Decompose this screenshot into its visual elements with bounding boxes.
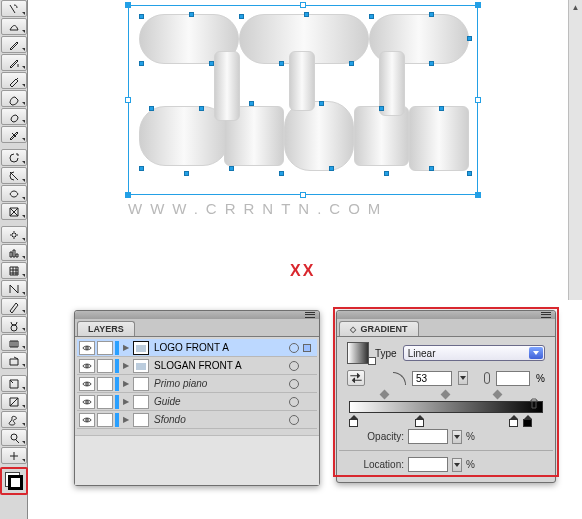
- eyedropper-icon[interactable]: [1, 298, 27, 315]
- lasso-icon[interactable]: [1, 18, 27, 35]
- lock-toggle[interactable]: [97, 341, 113, 355]
- target-layer-icon[interactable]: [289, 397, 299, 407]
- lock-toggle[interactable]: [97, 395, 113, 409]
- expand-layer-icon[interactable]: ▶: [121, 397, 131, 406]
- canvas-marker: XX: [290, 262, 315, 280]
- visibility-toggle[interactable]: [79, 341, 95, 355]
- live-paint-select-icon[interactable]: [1, 352, 27, 369]
- layer-row[interactable]: ▶Primo piano: [77, 375, 317, 393]
- layer-row[interactable]: ▶LOGO FRONT A: [77, 339, 317, 357]
- artboard-canvas[interactable]: WWW.CRRNTN.COM XX ▲: [28, 0, 582, 300]
- gradient-midpoint-diamond[interactable]: [493, 390, 503, 400]
- layer-row[interactable]: ▶Guide: [77, 393, 317, 411]
- zoom-icon[interactable]: [1, 429, 27, 446]
- gradient-aspect-input[interactable]: [496, 371, 530, 386]
- layer-thumbnail[interactable]: [133, 377, 149, 391]
- brush-icon[interactable]: [1, 90, 27, 107]
- free-transform-icon[interactable]: [1, 203, 27, 220]
- column-graph-icon[interactable]: [1, 244, 27, 261]
- layer-thumbnail[interactable]: [133, 395, 149, 409]
- stroke-swatch[interactable]: [8, 475, 23, 490]
- mesh-icon[interactable]: [1, 262, 27, 279]
- lock-toggle[interactable]: [97, 413, 113, 427]
- layer-thumbnail[interactable]: [133, 359, 149, 373]
- gradient-angle-input[interactable]: [412, 371, 452, 386]
- gradient-tool-icon[interactable]: [1, 280, 27, 297]
- pen-icon[interactable]: [1, 36, 27, 53]
- layer-row[interactable]: ▶Sfondo: [77, 411, 317, 429]
- target-layer-icon[interactable]: [289, 343, 299, 353]
- layer-color-indicator: [115, 395, 119, 409]
- canvas-vertical-scrollbar[interactable]: ▲: [568, 0, 582, 300]
- gradient-color-stop[interactable]: [523, 415, 532, 426]
- visibility-toggle[interactable]: [79, 395, 95, 409]
- location-input[interactable]: [408, 457, 448, 472]
- gradient-tab[interactable]: ◇ GRADIENT: [339, 321, 419, 336]
- expand-layer-icon[interactable]: ▶: [121, 361, 131, 370]
- artwork-url-text: WWW.CRRNTN.COM: [128, 200, 488, 217]
- layer-thumbnail[interactable]: [133, 413, 149, 427]
- eraser-icon[interactable]: [1, 126, 27, 143]
- hand-icon[interactable]: [1, 411, 27, 428]
- gradient-panel-menu-icon[interactable]: [541, 311, 551, 319]
- lock-toggle[interactable]: [97, 377, 113, 391]
- layers-panel-drag-bar[interactable]: [75, 311, 319, 319]
- blend-icon[interactable]: [1, 316, 27, 333]
- blob-brush-icon[interactable]: [1, 108, 27, 125]
- fill-stroke-swatch[interactable]: [0, 467, 28, 495]
- gradient-ramp[interactable]: [349, 401, 543, 413]
- symbol-sprayer-icon[interactable]: [1, 226, 27, 243]
- gradient-midpoint-diamond[interactable]: [441, 390, 451, 400]
- gradient-tab-collapse-icon[interactable]: ◇: [350, 325, 356, 334]
- layer-name[interactable]: Sfondo: [151, 414, 287, 425]
- gradient-type-select[interactable]: Linear: [403, 345, 545, 361]
- target-layer-icon[interactable]: [289, 379, 299, 389]
- expand-layer-icon[interactable]: ▶: [121, 343, 131, 352]
- lock-toggle[interactable]: [97, 359, 113, 373]
- layers-tab[interactable]: LAYERS: [77, 321, 135, 336]
- warp-icon[interactable]: [1, 185, 27, 202]
- expand-layer-icon[interactable]: ▶: [121, 379, 131, 388]
- toggle-fill-stroke-icon[interactable]: [1, 447, 27, 464]
- layer-name[interactable]: Primo piano: [151, 378, 287, 389]
- artboard-icon[interactable]: [1, 375, 27, 392]
- angle-stepper[interactable]: [458, 371, 468, 385]
- gradient-panel: ◇ GRADIENT Type Linear %: [336, 310, 556, 483]
- rotate-icon[interactable]: [1, 149, 27, 166]
- selection-bounding-box[interactable]: [128, 5, 478, 195]
- pen-add-icon[interactable]: [1, 54, 27, 71]
- expand-layer-icon[interactable]: ▶: [121, 415, 131, 424]
- slice-icon[interactable]: [1, 393, 27, 410]
- layer-color-indicator: [115, 341, 119, 355]
- location-label: Location:: [349, 459, 404, 470]
- layers-panel-menu-icon[interactable]: [305, 311, 315, 319]
- layer-name[interactable]: SLOGAN FRONT A: [151, 360, 287, 371]
- gradient-slider[interactable]: [349, 391, 543, 425]
- live-paint-icon[interactable]: [1, 334, 27, 351]
- layer-name[interactable]: LOGO FRONT A: [151, 342, 287, 353]
- target-layer-icon[interactable]: [289, 361, 299, 371]
- reverse-gradient-button[interactable]: [347, 370, 365, 386]
- opacity-stepper[interactable]: [452, 430, 462, 444]
- target-layer-icon[interactable]: [289, 415, 299, 425]
- gradient-color-stop[interactable]: [415, 415, 424, 426]
- location-stepper[interactable]: [452, 458, 462, 472]
- visibility-toggle[interactable]: [79, 359, 95, 373]
- magic-wand-icon[interactable]: [1, 0, 27, 17]
- gradient-midpoint-diamond[interactable]: [380, 390, 390, 400]
- delete-stop-button[interactable]: [527, 397, 541, 411]
- gradient-panel-drag-bar[interactable]: [337, 311, 555, 319]
- gradient-color-stop[interactable]: [349, 415, 358, 426]
- layer-thumbnail[interactable]: [133, 341, 149, 355]
- gradient-swatch-dropdown-icon[interactable]: [368, 357, 376, 365]
- gradient-color-stop[interactable]: [509, 415, 518, 426]
- layer-row[interactable]: ▶SLOGAN FRONT A: [77, 357, 317, 375]
- tools-toolbar: [0, 0, 28, 519]
- pencil-icon[interactable]: [1, 72, 27, 89]
- visibility-toggle[interactable]: [79, 377, 95, 391]
- layer-name[interactable]: Guide: [151, 396, 287, 407]
- gradient-preview-swatch[interactable]: [347, 342, 369, 364]
- opacity-input[interactable]: [408, 429, 448, 444]
- visibility-toggle[interactable]: [79, 413, 95, 427]
- reflect-icon[interactable]: [1, 167, 27, 184]
